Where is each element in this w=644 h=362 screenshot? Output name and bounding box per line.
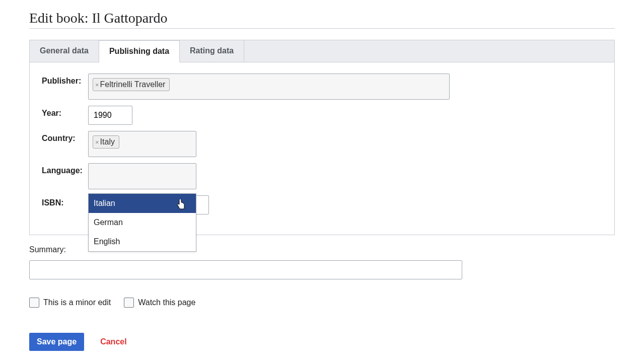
language-input[interactable] (88, 163, 196, 189)
publisher-token: × Feltrinelli Traveller (93, 78, 170, 91)
checkbox-row: This is a minor edit Watch this page (29, 298, 615, 308)
country-row: Country: × Italy (42, 131, 602, 157)
save-button[interactable]: Save page (29, 333, 84, 351)
remove-token-icon[interactable]: × (95, 82, 99, 88)
country-input[interactable]: × Italy (88, 131, 196, 157)
country-label: Country: (42, 131, 88, 143)
watch-page-checkbox[interactable] (124, 298, 134, 308)
language-label: Language: (42, 163, 88, 175)
language-dropdown: Italian German English (88, 193, 196, 252)
minor-edit-wrap[interactable]: This is a minor edit (29, 298, 111, 308)
publisher-input[interactable]: × Feltrinelli Traveller (88, 74, 450, 100)
country-token: × Italy (93, 135, 119, 149)
year-label: Year: (42, 106, 88, 118)
isbn-label: ISBN: (42, 195, 88, 207)
year-input[interactable] (88, 106, 132, 125)
watch-page-label: Watch this page (138, 298, 195, 307)
action-buttons: Save page Cancel (29, 333, 615, 351)
tab-general-data[interactable]: General data (30, 40, 99, 62)
tab-publishing-data[interactable]: Publishing data (99, 40, 180, 62)
summary-input[interactable] (29, 260, 462, 279)
language-option-english[interactable]: English (89, 232, 196, 251)
language-row: Language: Italian German English (42, 163, 602, 189)
minor-edit-label: This is a minor edit (43, 298, 111, 307)
language-option-german[interactable]: German (89, 213, 196, 232)
publisher-token-text: Feltrinelli Traveller (100, 80, 166, 89)
publisher-label: Publisher: (42, 74, 88, 86)
page-title: Edit book: Il Gattopardo (29, 10, 615, 29)
language-option-italian[interactable]: Italian (89, 194, 196, 213)
tab-rating-data[interactable]: Rating data (180, 40, 244, 62)
publisher-row: Publisher: × Feltrinelli Traveller (42, 74, 602, 100)
country-token-text: Italy (100, 137, 115, 147)
minor-edit-checkbox[interactable] (29, 298, 39, 308)
remove-token-icon[interactable]: × (95, 139, 99, 146)
cancel-button[interactable]: Cancel (98, 333, 128, 350)
year-row: Year: (42, 106, 602, 125)
publishing-panel: Publisher: × Feltrinelli Traveller Year:… (29, 62, 615, 235)
tabs-bar: General data Publishing data Rating data (29, 40, 615, 62)
watch-page-wrap[interactable]: Watch this page (124, 298, 195, 308)
